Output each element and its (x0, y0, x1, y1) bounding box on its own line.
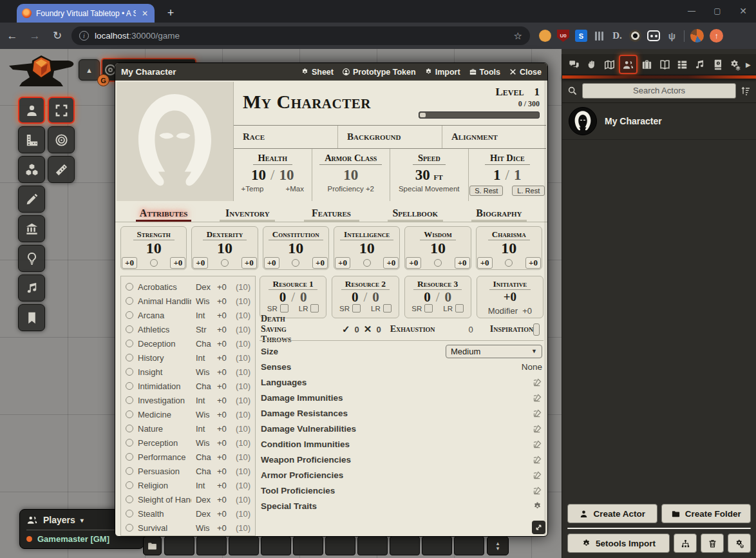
tab-journal[interactable] (656, 55, 672, 74)
skill-proficiency-radio[interactable] (126, 340, 133, 347)
ability-save-mod[interactable]: +0 (193, 257, 208, 269)
edit-icon[interactable] (533, 393, 542, 403)
resource-block[interactable]: Resource 1 0/0 SR LR (260, 276, 326, 318)
skill-name[interactable]: Performance (138, 452, 191, 462)
trait-row[interactable]: Senses None▼ None (261, 359, 542, 374)
resource-label[interactable]: Resource 3 (413, 279, 462, 290)
death-success-count[interactable]: 0 (355, 325, 359, 334)
short-rest-button[interactable]: S. Rest (469, 186, 503, 196)
columns-extension-icon[interactable] (593, 30, 605, 42)
trait-row[interactable]: Armor Proficiencies ▼ (261, 467, 542, 483)
skill-proficiency-radio[interactable] (126, 382, 133, 390)
ability-check-mod[interactable]: +0 (455, 257, 470, 269)
initiative-value[interactable]: +0 (477, 290, 543, 304)
configure-button[interactable] (728, 534, 751, 553)
window-resize-handle[interactable] (532, 521, 545, 534)
camera-lens-extension-icon[interactable] (629, 30, 641, 42)
lighting-controls-button[interactable] (18, 245, 45, 272)
ruler-tool-button[interactable] (48, 156, 75, 183)
macro-slot[interactable] (196, 536, 227, 555)
level-value[interactable]: 1 (534, 86, 540, 99)
token-controls-button[interactable] (18, 97, 45, 124)
sheet-config-button[interactable]: Sheet (301, 68, 334, 77)
character-sheet-window[interactable]: My Character Sheet Prototype Token Impor… (115, 63, 548, 537)
ability-score[interactable]: 10 (334, 240, 399, 256)
exhaustion-value[interactable]: 0 (469, 325, 473, 334)
ability-block[interactable]: Charisma 10 +0 +0 (476, 226, 542, 270)
tab-attributes[interactable]: Attributes (122, 207, 205, 222)
character-name[interactable]: My Character (243, 91, 419, 113)
skill-name[interactable]: Intimidation (138, 381, 191, 391)
search-actors-input[interactable] (582, 83, 736, 99)
ability-block[interactable]: Wisdom 10 +0 +0 (404, 226, 471, 270)
resource-label[interactable]: Resource 2 (341, 279, 390, 290)
d-extension-icon[interactable]: D. (611, 30, 623, 42)
short-rest-checkbox[interactable] (424, 304, 433, 313)
hp-current[interactable]: 10 (251, 167, 266, 183)
macro-folder-button[interactable] (143, 536, 162, 555)
ability-score[interactable]: 10 (477, 240, 542, 256)
skill-proficiency-radio[interactable] (126, 510, 133, 517)
character-portrait[interactable] (117, 82, 234, 201)
trait-row[interactable]: Size Medium▼ Medium (261, 343, 542, 359)
skill-row[interactable]: Arcana Int +0 (10) (126, 308, 250, 322)
short-rest-checkbox[interactable] (280, 304, 288, 313)
ability-save-mod[interactable]: +0 (335, 257, 350, 269)
ability-check-mod[interactable]: +0 (312, 257, 328, 269)
edit-icon[interactable] (533, 409, 542, 418)
forward-button[interactable]: → (24, 26, 45, 46)
inspiration-checkbox[interactable] (533, 323, 540, 336)
tuning-fork-extension-icon[interactable]: ψ (666, 30, 678, 42)
browser-update-icon[interactable]: ↑ (710, 29, 723, 43)
tab-biography[interactable]: Biography (457, 207, 541, 222)
skill-proficiency-radio[interactable] (126, 283, 133, 291)
ability-block[interactable]: Strength 10 +0 +0 (120, 226, 187, 270)
death-failure-icon[interactable]: ✕ (364, 323, 372, 335)
new-tab-button[interactable]: + (162, 5, 179, 21)
hotbar-page-control[interactable]: ▴▾ (487, 536, 509, 555)
s-extension-icon[interactable]: S (575, 30, 587, 42)
skill-name[interactable]: Athletics (138, 325, 191, 334)
address-bar[interactable]: i localhost:30000/game ☆ (71, 26, 530, 45)
skill-name[interactable]: Medicine (138, 410, 191, 419)
skill-row[interactable]: Animal Handling Wis +0 (10) (126, 294, 250, 308)
skill-row[interactable]: Intimidation Cha +0 (10) (126, 379, 250, 393)
armor-class-stat[interactable]: Armor Class 10 Proficiency +2 (312, 149, 391, 201)
skill-row[interactable]: Persuasion Cha +0 (10) (126, 464, 250, 478)
long-rest-button[interactable]: L. Rest (512, 186, 545, 196)
short-rest-checkbox[interactable] (352, 304, 361, 313)
skill-row[interactable]: Acrobatics Dex +0 (10) (126, 280, 250, 294)
measure-controls-button[interactable] (18, 126, 45, 153)
resource-max[interactable]: 0 (445, 289, 452, 305)
edit-icon[interactable] (533, 378, 542, 387)
edit-icon[interactable] (533, 470, 542, 480)
health-stat[interactable]: Health 10/10 +Temp+Max (234, 149, 312, 201)
import-button[interactable]: Import (424, 68, 460, 77)
skill-proficiency-radio[interactable] (126, 495, 133, 503)
ability-proficiency-radio[interactable] (292, 259, 299, 267)
skill-proficiency-radio[interactable] (126, 311, 133, 319)
skill-proficiency-radio[interactable] (126, 524, 133, 532)
skill-name[interactable]: Insight (138, 367, 191, 377)
tab-scenes[interactable] (601, 55, 618, 74)
skill-name[interactable]: Perception (138, 438, 191, 448)
skill-name[interactable]: History (138, 353, 191, 363)
skill-name[interactable]: Investigation (138, 396, 191, 405)
skill-row[interactable]: Sleight of Hand Dex +0 (10) (126, 492, 250, 506)
browser-tab[interactable]: Foundry Virtual Tabletop • A Stan ✕ (17, 4, 155, 23)
window-titlebar[interactable]: My Character Sheet Prototype Token Impor… (115, 63, 547, 81)
edit-icon[interactable] (533, 424, 542, 434)
alignment-field[interactable]: Alignment (442, 126, 546, 148)
macro-slot[interactable] (390, 536, 420, 555)
players-collapse-icon[interactable]: ▾ (80, 517, 84, 524)
tab-roll-tables[interactable] (674, 55, 690, 74)
macro-slot[interactable] (454, 536, 484, 555)
close-window-button[interactable]: Close (509, 68, 542, 77)
cookie-extension-icon[interactable] (539, 30, 551, 42)
ability-score[interactable]: 10 (405, 240, 470, 256)
wall-controls-button[interactable] (18, 215, 45, 242)
reload-button[interactable]: ↻ (47, 26, 68, 46)
macro-slot[interactable] (422, 536, 452, 555)
ability-name[interactable]: Charisma (488, 229, 530, 240)
ability-check-mod[interactable]: +0 (170, 257, 185, 269)
